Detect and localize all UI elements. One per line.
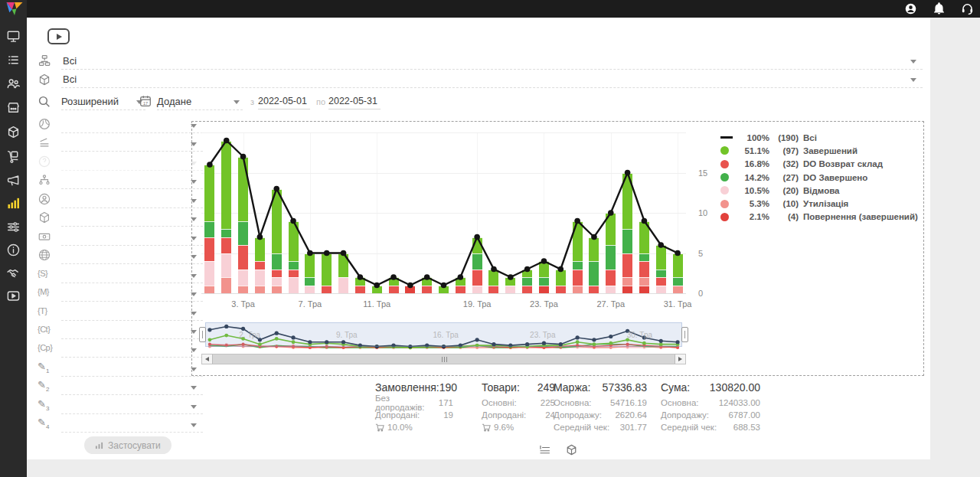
legend-percent: 16.8% <box>736 159 769 168</box>
utm-medium-select[interactable] <box>61 286 203 302</box>
package-view-icon[interactable] <box>565 443 578 456</box>
sidebar-item-customers[interactable] <box>6 77 21 91</box>
line-point[interactable] <box>458 274 464 280</box>
custom-field-1-select[interactable] <box>61 361 203 377</box>
line-point[interactable] <box>424 274 430 280</box>
line-point[interactable] <box>441 283 447 289</box>
legend-item[interactable]: 100%(190)Всі <box>720 131 921 144</box>
line-point[interactable] <box>658 242 664 248</box>
sidebar-item-orders[interactable] <box>6 53 21 67</box>
date-field-select[interactable]: Додане <box>157 93 243 110</box>
account-icon[interactable] <box>904 2 917 15</box>
line-point[interactable] <box>508 274 514 280</box>
line-point[interactable] <box>358 274 364 280</box>
line-point[interactable] <box>224 138 230 144</box>
sidebar-item-statistics[interactable] <box>6 196 21 211</box>
support-headset-icon[interactable] <box>961 2 974 15</box>
manager-select[interactable] <box>61 193 203 208</box>
structure-select[interactable] <box>61 174 203 189</box>
line-point[interactable] <box>407 283 413 289</box>
sidebar-item-marketing[interactable] <box>6 173 21 188</box>
utm-content-select[interactable] <box>61 324 203 339</box>
legend-item[interactable]: 14.2%(27)DO Завершено <box>720 171 921 184</box>
legend-item[interactable]: 16.8%(32)DO Возврат склад <box>720 158 921 171</box>
legend-item[interactable]: 51.1%(97)Завершений <box>720 144 921 157</box>
utm-source-select[interactable] <box>61 268 203 283</box>
chart-scrollbar[interactable] <box>201 354 686 364</box>
sidebar-item-video[interactable] <box>6 289 21 303</box>
product-select[interactable] <box>61 211 203 227</box>
utm-campaign-select[interactable] <box>61 342 203 358</box>
line-point[interactable] <box>474 234 480 240</box>
scope-row-products: Всі <box>27 70 930 89</box>
app-logo[interactable] <box>5 1 24 17</box>
y-tick-label: 5 <box>698 249 703 258</box>
legend-item[interactable]: 5.3%(10)Утилізація <box>720 197 921 210</box>
utm-term-select[interactable] <box>61 305 203 321</box>
line-point[interactable] <box>541 258 547 264</box>
scroll-right-arrow[interactable] <box>675 354 685 364</box>
line-point[interactable] <box>374 283 380 289</box>
scheme-tree-icon <box>38 54 51 67</box>
line-point[interactable] <box>491 266 497 273</box>
notifications-bell-icon[interactable] <box>933 2 946 15</box>
date-from-label: з <box>250 97 254 106</box>
sidebar-item-products[interactable] <box>6 125 21 139</box>
line-point[interactable] <box>574 218 580 224</box>
scroll-left-arrow[interactable] <box>202 354 212 364</box>
line-point[interactable] <box>390 274 397 280</box>
sidebar-item-dashboard[interactable] <box>6 29 21 44</box>
arrow-left-icon <box>205 357 209 361</box>
sidebar-item-partners[interactable] <box>6 266 21 280</box>
source-planet-select[interactable] <box>61 118 203 133</box>
line-point[interactable] <box>625 170 631 176</box>
line-point[interactable] <box>341 250 347 256</box>
filter-row-site <box>27 247 211 266</box>
filter-row-manager <box>27 191 211 210</box>
sidebar-item-supply[interactable] <box>6 149 21 164</box>
line-point[interactable] <box>591 234 597 240</box>
line-point[interactable] <box>273 186 279 192</box>
chart-navigator[interactable]: 2. Тра9. Тра16. Тра23. Тра30. Тра <box>201 322 686 351</box>
products-select[interactable]: Всі <box>61 70 923 88</box>
filter-mode-select[interactable]: Розширений <box>61 93 145 110</box>
navigator-label: 23. Тра <box>530 331 555 339</box>
line-point[interactable] <box>324 250 330 256</box>
line-point[interactable] <box>675 250 681 256</box>
line-point[interactable] <box>557 266 564 273</box>
legend-item[interactable]: 2.1%(4)Повернення (завершений) <box>720 211 921 224</box>
date-to-input[interactable] <box>328 93 381 109</box>
line-point[interactable] <box>608 210 614 216</box>
sidebar-item-integrations[interactable] <box>6 220 21 234</box>
sliders-icon <box>6 220 21 234</box>
video-tutorial-button[interactable] <box>47 28 70 44</box>
summary-list-icon[interactable] <box>538 443 551 456</box>
stat-subrow-value: 54716.19 <box>610 398 647 407</box>
stat-subrow-label: Допродані: <box>375 410 420 420</box>
line-point[interactable] <box>642 218 648 224</box>
line-point[interactable] <box>207 162 213 168</box>
legend-percent: 5.3% <box>736 199 769 208</box>
site-select[interactable] <box>61 249 203 264</box>
line-point[interactable] <box>290 218 296 224</box>
chart-panel: 3. Тра7. Тра11. Тра19. Тра23. Тра27. Тра… <box>191 121 924 376</box>
x-tick-label: 27. Тра <box>596 299 625 309</box>
warehouse-lines-select[interactable] <box>61 136 203 152</box>
line-point[interactable] <box>257 234 263 240</box>
scrollbar-thumb[interactable] <box>212 354 675 364</box>
line-point[interactable] <box>307 250 313 256</box>
line-point[interactable] <box>524 266 531 273</box>
navigator-handle-right[interactable] <box>681 327 688 342</box>
legend-count: (4) <box>769 212 799 221</box>
payment-select[interactable] <box>61 230 203 246</box>
chevron-down-icon <box>910 78 916 82</box>
sidebar-item-warehouse[interactable] <box>6 100 21 115</box>
legend-item[interactable]: 10.5%(20)Відмова <box>720 184 921 197</box>
bar-chart-icon <box>6 196 21 211</box>
status-select[interactable]: Всі <box>61 52 923 70</box>
stat-subrow-label: Без допродажів: <box>375 394 439 412</box>
sidebar-item-info[interactable] <box>6 243 21 257</box>
navigator-handle-left[interactable] <box>199 327 206 342</box>
line-point[interactable] <box>240 154 247 160</box>
date-from-input[interactable] <box>258 93 310 109</box>
